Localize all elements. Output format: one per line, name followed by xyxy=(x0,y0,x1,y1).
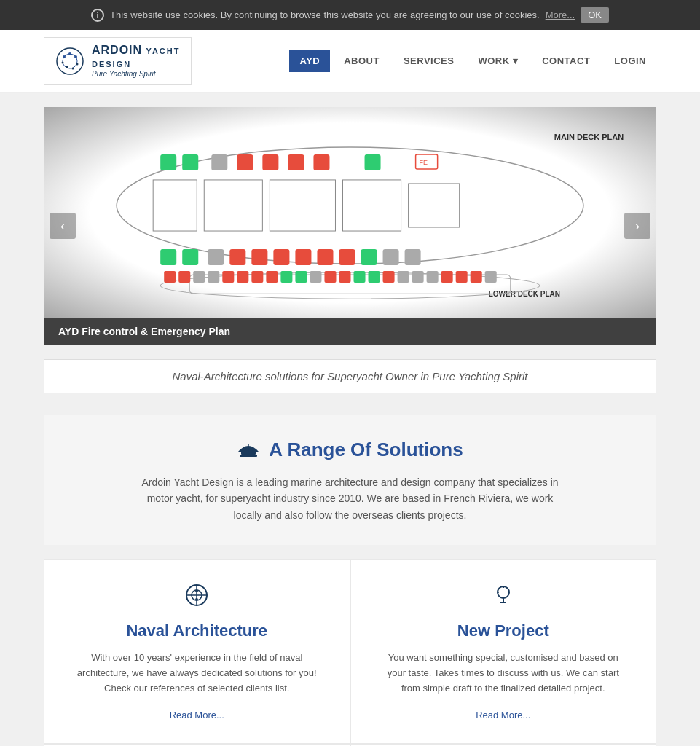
svg-rect-58 xyxy=(412,271,424,283)
svg-point-5 xyxy=(62,61,64,63)
cookie-ok-button[interactable]: OK xyxy=(581,7,609,23)
svg-point-7 xyxy=(72,67,74,69)
nav-services[interactable]: SERVICES xyxy=(393,50,465,72)
nav-contact[interactable]: CONTACT xyxy=(532,50,600,72)
svg-rect-11 xyxy=(153,180,197,231)
svg-rect-53 xyxy=(339,271,350,283)
svg-rect-31 xyxy=(237,154,253,170)
svg-rect-62 xyxy=(471,271,482,283)
svg-rect-64 xyxy=(241,452,256,455)
svg-rect-61 xyxy=(456,271,468,283)
svg-rect-63 xyxy=(485,271,497,283)
svg-line-77 xyxy=(499,588,500,589)
new-project-title: New Project xyxy=(380,621,627,640)
svg-rect-19 xyxy=(229,249,245,265)
svg-point-0 xyxy=(57,48,83,74)
tagline-text: Naval-Architecture solutions for Superya… xyxy=(172,370,527,382)
svg-rect-25 xyxy=(361,249,377,265)
logo-sub: Pure Yachting Spirit xyxy=(92,70,180,78)
svg-rect-22 xyxy=(295,249,311,265)
svg-rect-56 xyxy=(383,271,395,283)
svg-rect-12 xyxy=(204,180,262,231)
svg-rect-43 xyxy=(193,271,205,283)
cookie-bar: i This website use cookies. By continuin… xyxy=(0,0,700,30)
svg-rect-26 xyxy=(383,249,399,265)
svg-rect-16 xyxy=(160,249,176,265)
svg-point-8 xyxy=(76,63,79,65)
svg-point-3 xyxy=(68,52,71,55)
main-content: MAIN DECK PLAN xyxy=(0,93,700,746)
svg-rect-18 xyxy=(208,249,224,265)
svg-rect-46 xyxy=(237,271,248,283)
svg-rect-35 xyxy=(365,154,381,170)
logo-icon xyxy=(55,47,84,76)
svg-rect-20 xyxy=(251,249,267,265)
solutions-title: A Range Of Solutions xyxy=(58,437,642,463)
svg-rect-57 xyxy=(398,271,409,283)
svg-rect-28 xyxy=(160,154,176,170)
svg-rect-52 xyxy=(324,271,336,283)
new-project-read-more[interactable]: Read More... xyxy=(476,710,530,721)
svg-rect-65 xyxy=(240,455,257,457)
svg-rect-24 xyxy=(339,249,355,265)
svg-rect-32 xyxy=(262,154,278,170)
tagline-bar: Naval-Architecture solutions for Superya… xyxy=(44,359,656,393)
svg-rect-49 xyxy=(280,271,292,283)
svg-rect-44 xyxy=(208,271,219,283)
cookie-message: This website use cookies. By continuing … xyxy=(110,9,540,20)
svg-rect-60 xyxy=(441,271,453,283)
nav-login[interactable]: LOGIN xyxy=(604,50,656,72)
svg-rect-21 xyxy=(273,249,289,265)
svg-point-6 xyxy=(66,66,68,68)
service-card-marine-engineering: Marine Engineering The modern yacht dema… xyxy=(350,744,657,746)
svg-rect-59 xyxy=(427,271,439,283)
new-project-text: You want something special, customised a… xyxy=(380,651,627,696)
svg-rect-14 xyxy=(342,180,401,231)
naval-architecture-read-more[interactable]: Read More... xyxy=(170,710,224,721)
svg-text:FE: FE xyxy=(420,159,428,166)
header: ARDOIN YACHTDESIGN Pure Yachting Spirit … xyxy=(0,30,700,93)
svg-rect-55 xyxy=(369,271,380,283)
nav: AYD ABOUT SERVICES WORK ▾ CONTACT LOGIN xyxy=(289,50,656,72)
svg-point-4 xyxy=(74,55,77,58)
service-card-new-project: New Project You want something special, … xyxy=(350,560,657,743)
svg-rect-45 xyxy=(222,271,234,283)
svg-rect-47 xyxy=(251,271,263,283)
svg-rect-54 xyxy=(354,271,366,283)
slider-prev-button[interactable]: ‹ xyxy=(50,213,76,239)
svg-text:MAIN DECK PLAN: MAIN DECK PLAN xyxy=(554,133,624,141)
naval-architecture-title: Naval Architecture xyxy=(74,621,320,640)
logo-brand: ARDOIN YACHTDESIGN xyxy=(92,44,180,70)
svg-rect-50 xyxy=(295,271,307,283)
nav-about[interactable]: ABOUT xyxy=(334,50,390,72)
solutions-section: A Range Of Solutions Ardoin Yacht Design… xyxy=(44,415,656,545)
svg-rect-27 xyxy=(405,249,421,265)
slide-caption: AYD Fire control & Emergency Plan xyxy=(44,318,656,345)
logo[interactable]: ARDOIN YACHTDESIGN Pure Yachting Spirit xyxy=(44,37,192,85)
service-card-naval-architecture: Naval Architecture With over 10 years' e… xyxy=(44,560,350,743)
svg-rect-23 xyxy=(317,249,333,265)
naval-architecture-text: With over 10 years' experience in the fi… xyxy=(74,651,320,696)
svg-rect-34 xyxy=(313,154,329,170)
nav-ayd[interactable]: AYD xyxy=(289,50,330,72)
svg-rect-17 xyxy=(182,249,198,265)
nav-work[interactable]: WORK ▾ xyxy=(468,50,528,72)
svg-rect-33 xyxy=(288,154,304,170)
slider: MAIN DECK PLAN xyxy=(44,107,656,345)
svg-rect-30 xyxy=(211,154,227,170)
svg-point-71 xyxy=(195,589,198,592)
svg-point-2 xyxy=(63,55,66,58)
slider-next-button[interactable]: › xyxy=(624,213,650,239)
svg-line-78 xyxy=(506,588,508,589)
svg-rect-51 xyxy=(310,271,321,283)
svg-point-72 xyxy=(195,598,198,601)
service-card-conversion-refit: Conversion & Refit Based on the existing… xyxy=(44,744,350,746)
svg-rect-48 xyxy=(266,271,278,283)
solutions-icon xyxy=(237,437,260,463)
slider-image: MAIN DECK PLAN xyxy=(44,107,656,318)
naval-architecture-icon xyxy=(74,582,320,614)
cookie-info-icon: i xyxy=(91,9,104,22)
cookie-more-link[interactable]: More... xyxy=(546,9,575,20)
svg-rect-41 xyxy=(164,271,176,283)
svg-rect-42 xyxy=(178,271,190,283)
